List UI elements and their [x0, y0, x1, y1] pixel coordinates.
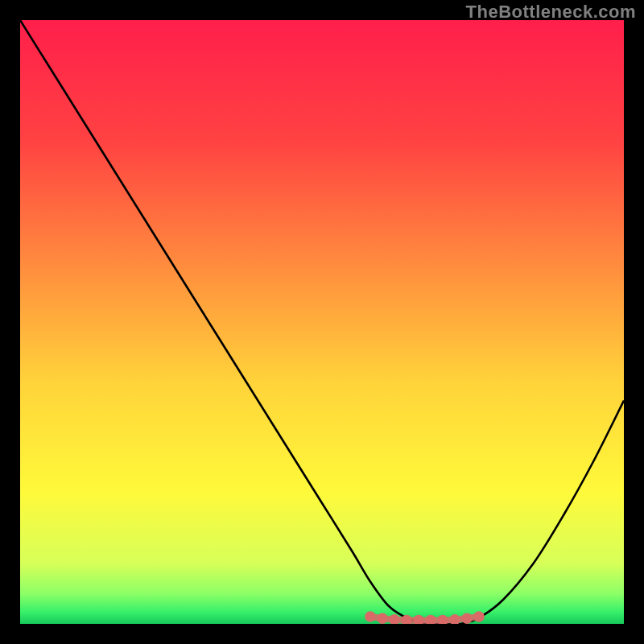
- svg-point-3: [389, 614, 399, 624]
- optimal-range-markers: [365, 611, 485, 624]
- svg-point-8: [449, 614, 460, 624]
- svg-point-5: [413, 615, 424, 624]
- watermark-text: TheBottleneck.com: [466, 2, 636, 23]
- svg-point-10: [473, 611, 485, 622]
- svg-point-1: [365, 611, 375, 622]
- plot-area: [20, 20, 624, 624]
- chart-stage: TheBottleneck.com: [0, 0, 644, 644]
- curve-layer: [20, 20, 624, 624]
- svg-point-6: [425, 615, 436, 624]
- svg-point-9: [461, 613, 473, 625]
- bottleneck-curve: [20, 20, 624, 624]
- svg-point-7: [437, 615, 448, 624]
- svg-point-2: [377, 613, 387, 625]
